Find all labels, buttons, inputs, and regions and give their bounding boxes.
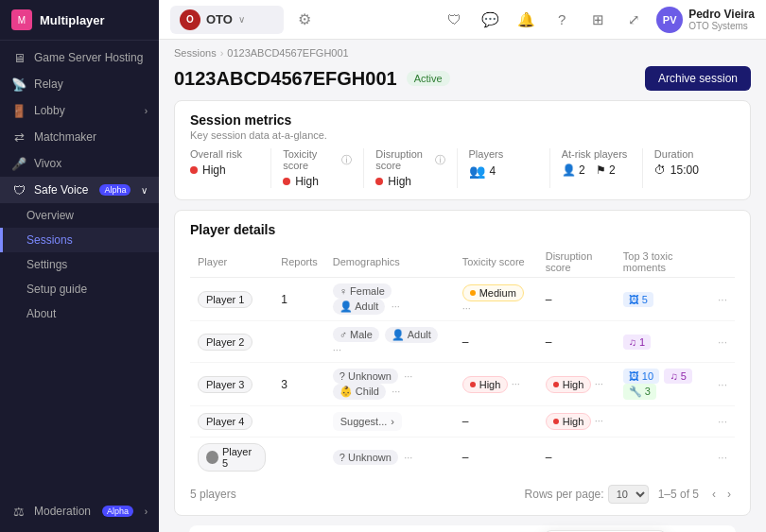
sidebar-item-setup-guide[interactable]: Setup guide [0,277,159,301]
archive-session-button[interactable]: Archive session [645,66,751,91]
demo-more-icon[interactable]: ··· [404,452,412,463]
demo-more-icon[interactable]: ··· [404,370,412,382]
metrics-row: Overall risk High Toxicity score ⓘ High [190,148,735,188]
tab-moments[interactable]: Moments [293,525,366,532]
disruption-cell: – [538,321,616,363]
toxicity-score-chip: High [462,376,509,393]
player-count: 5 players [190,488,236,501]
sidebar-item-moderation[interactable]: ⚖ Moderation Alpha › [0,498,159,524]
rows-per-page-label: Rows per page: [525,488,604,501]
reports-cell: 3 [273,363,325,406]
table-row: Player 3 3 ? Unknown ··· 👶 Child ··· Hig… [190,363,735,406]
sidebar-item-label: Sessions [26,233,73,247]
next-page-button[interactable]: › [723,486,735,503]
moment-badge-10: 🖼 10 [623,369,659,384]
app-title: Multiplayer [40,13,105,27]
player-chip: Player 1 [198,291,252,308]
disruption-more-icon[interactable]: ··· [595,378,603,389]
chevron-right-icon: › [391,416,394,427]
sidebar-item-settings[interactable]: Settings [0,252,159,277]
metric-label: Players [469,148,538,160]
player-avatar-icon [206,451,218,464]
sidebar-item-relay[interactable]: 📡 Relay [0,71,159,97]
row-actions-button[interactable]: ··· [710,406,735,438]
moments-cell [616,438,710,478]
sidebar-item-label: Relay [34,77,63,91]
moment-badge-5: ♫ 5 [664,369,691,384]
suggest-demographics-button[interactable]: Suggest... › [333,412,402,431]
server-icon: 🖥 [11,50,26,65]
expand-icon[interactable]: ⤢ [620,7,647,33]
row-actions-button[interactable]: ··· [710,438,735,478]
user-menu[interactable]: PV Pedro Vieira OTO Systems [656,7,755,33]
sidebar-item-label: Vivox [34,157,61,170]
sidebar-item-safe-voice[interactable]: 🛡 Safe Voice Alpha ∨ [0,177,159,203]
demo-chip-female: ♀ Female [333,283,392,299]
sidebar-item-sessions[interactable]: Sessions [0,228,159,252]
rows-per-page-select[interactable]: 10 25 50 [608,485,649,504]
info-icon[interactable]: ⓘ [341,153,352,167]
prev-page-button[interactable]: ‹ [708,486,720,503]
moderation-chevron-icon: › [145,506,148,517]
tab-audio-tracks[interactable]: Audio tracks [204,525,293,532]
metric-label: Duration [654,148,723,160]
disruption-more-icon[interactable]: ··· [595,415,603,426]
demo-more-icon[interactable]: ··· [333,344,341,355]
sidebar-item-label: Setup guide [26,283,87,296]
sidebar-item-label: Matchmaker [34,130,96,144]
table-row: Player 2 ♂ Male 👤 Adult ··· – – ♫ 1 ··· [190,321,735,363]
player-details-card: Player details Player Reports Demographi… [174,210,751,516]
topbar-right: 🛡 💬 🔔 ? ⊞ ⤢ PV Pedro Vieira OTO Systems [441,7,755,33]
chat-icon[interactable]: 💬 [477,7,503,33]
game-avatar: O [180,9,200,30]
metric-value: ⏱ 15:00 [654,163,723,177]
sidebar-item-vivox[interactable]: 🎤 Vivox [0,150,159,177]
col-reports: Reports [273,247,325,278]
metric-overall-risk: Overall risk High [190,148,270,188]
reports-cell: 1 [273,278,325,321]
game-selector[interactable]: O OTO ∨ [170,6,284,34]
row-actions-button[interactable]: ··· [710,363,735,406]
demo-more-icon2[interactable]: ··· [392,386,400,397]
user-avatar: PV [656,7,683,33]
disruption-cell: – [538,438,616,478]
vivox-icon: 🎤 [11,156,26,171]
sidebar-item-game-server[interactable]: 🖥 Game Server Hosting [0,44,159,71]
score-more-icon[interactable]: ··· [512,378,520,389]
metric-duration: Duration ⏱ 15:00 [642,148,735,188]
shield-icon[interactable]: 🛡 [441,7,467,33]
grid-icon[interactable]: ⊞ [584,7,611,33]
sidebar-item-matchmaker[interactable]: ⇄ Matchmaker [0,124,159,150]
col-actions [710,247,735,278]
sidebar-item-overview[interactable]: Overview [0,203,159,228]
row-actions-button[interactable]: ··· [710,278,735,321]
demo-chip-male: ♂ Male [333,327,379,342]
score-more-icon[interactable]: ··· [462,302,471,314]
player-details-title: Player details [190,222,735,237]
question-icon[interactable]: ? [548,7,575,33]
toxicity-dot [283,178,290,185]
breadcrumb-sessions[interactable]: Sessions [174,47,217,59]
tabs-container: Audio tracks Moments Info ↺ ▶ ↻ 🔊 [174,525,751,532]
relay-icon: 📡 [11,77,26,92]
user-name: Pedro Vieira [688,8,755,21]
page-title: 0123ABCD4567EFGH001 [174,68,397,90]
sidebar-header[interactable]: M Multiplayer [0,0,159,41]
game-selector-chevron-icon: ∨ [238,14,245,25]
metric-players: Players 👥 4 [457,148,549,188]
sidebar-item-about[interactable]: About [0,301,159,326]
row-actions-button[interactable]: ··· [710,321,735,363]
user-org: OTO Systems [688,21,755,31]
tab-info[interactable]: Info [366,525,411,532]
metrics-title: Session metrics [190,112,327,128]
info-icon[interactable]: ⓘ [435,153,445,167]
demo-more-icon[interactable]: ··· [392,300,400,312]
moments-cell [616,406,710,438]
sidebar-item-lobby[interactable]: 🚪 Lobby › [0,97,159,124]
table-footer: 5 players Rows per page: 10 25 50 1–5 of… [190,477,735,504]
sidebar-item-label: Settings [26,258,67,271]
status-badge: Active [407,71,450,86]
table-row: Player 5 ? Unknown ··· – – ··· [190,438,735,478]
bell-icon[interactable]: 🔔 [513,7,539,33]
settings-icon[interactable]: ⚙ [291,7,318,33]
